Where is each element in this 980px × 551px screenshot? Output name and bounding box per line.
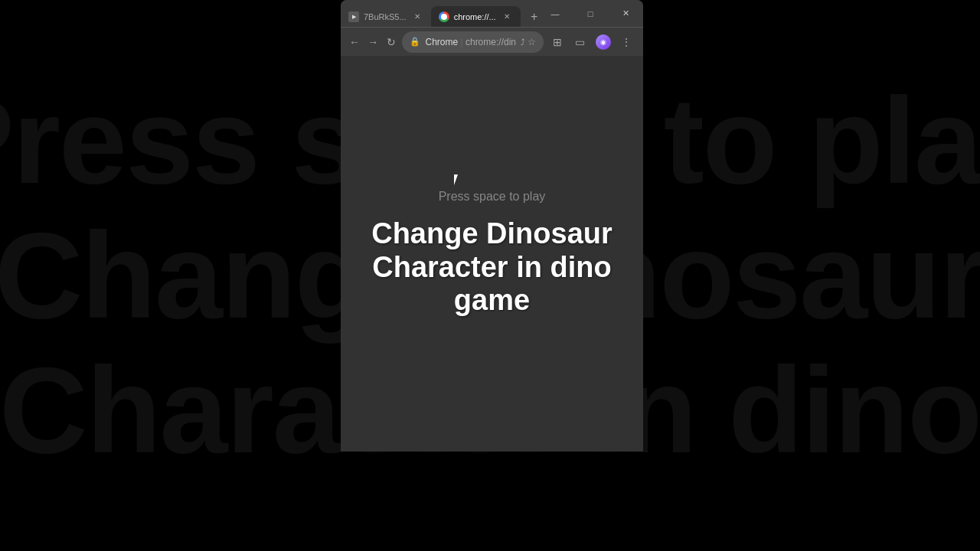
title-line1: Change Dinosaur — [371, 217, 612, 249]
star-icon[interactable]: ☆ — [528, 37, 536, 47]
address-prefix: Chrome | chrome://din — [425, 37, 516, 47]
tab-close-7burk[interactable]: ✕ — [411, 11, 423, 23]
address-right-icons: ⤴ ☆ — [521, 37, 536, 47]
maximize-button[interactable]: □ — [573, 0, 608, 27]
page-content: Press space to play Change Dinosaur Char… — [341, 56, 643, 452]
cast-button[interactable]: ▭ — [570, 31, 591, 53]
tab-close-chrome[interactable]: ✕ — [501, 11, 513, 23]
secure-icon: 🔒 — [410, 37, 420, 47]
tab-label-7burk: 7BuRkS5... — [364, 12, 407, 21]
back-button[interactable]: ← — [347, 31, 362, 53]
toolbar-right: ⊞ ▭ ◉ ⋮ — [547, 31, 637, 53]
left-panel — [0, 0, 341, 551]
extensions-button[interactable]: ⊞ — [547, 31, 568, 53]
tab-favicon-7burk: ▶ — [348, 11, 359, 22]
title-line2: Character in dino — [372, 251, 612, 283]
reload-button[interactable]: ↻ — [384, 31, 399, 53]
browser-window: ▶ 7BuRkS5... ✕ chrome://... ✕ + — □ ✕ ← … — [341, 0, 643, 452]
title-line3: game — [454, 284, 530, 316]
bottom-bar — [341, 452, 643, 551]
mouse-cursor — [454, 174, 463, 188]
title-bar: ▶ 7BuRkS5... ✕ chrome://... ✕ + — □ ✕ — [341, 0, 643, 27]
minimize-button[interactable]: — — [537, 0, 573, 27]
address-url: chrome://din — [466, 37, 516, 47]
tab-7burk[interactable]: ▶ 7BuRkS5... ✕ — [341, 6, 431, 27]
tab-label-chrome: chrome://... — [454, 12, 496, 21]
tab-favicon-chrome — [439, 11, 449, 22]
right-panel — [643, 0, 980, 551]
chrome-label: Chrome — [425, 37, 458, 47]
menu-button[interactable]: ⋮ — [616, 31, 637, 53]
press-space-text: Press space to play — [439, 190, 546, 204]
tabs-row: ▶ 7BuRkS5... ✕ chrome://... ✕ + — [341, 0, 545, 27]
toolbar: ← → ↻ 🔒 Chrome | chrome://din ⤴ ☆ ⊞ ▭ ◉ … — [341, 27, 643, 56]
window-controls: — □ ✕ — [537, 0, 643, 27]
overlay-title: Change Dinosaur Character in dino game — [371, 217, 612, 318]
share-icon[interactable]: ⤴ — [521, 37, 525, 47]
tab-chrome[interactable]: chrome://... ✕ — [431, 6, 521, 27]
close-button[interactable]: ✕ — [608, 0, 643, 27]
address-bar[interactable]: 🔒 Chrome | chrome://din ⤴ ☆ — [402, 31, 544, 53]
profile-button[interactable]: ◉ — [593, 31, 614, 53]
forward-button[interactable]: → — [365, 31, 381, 53]
